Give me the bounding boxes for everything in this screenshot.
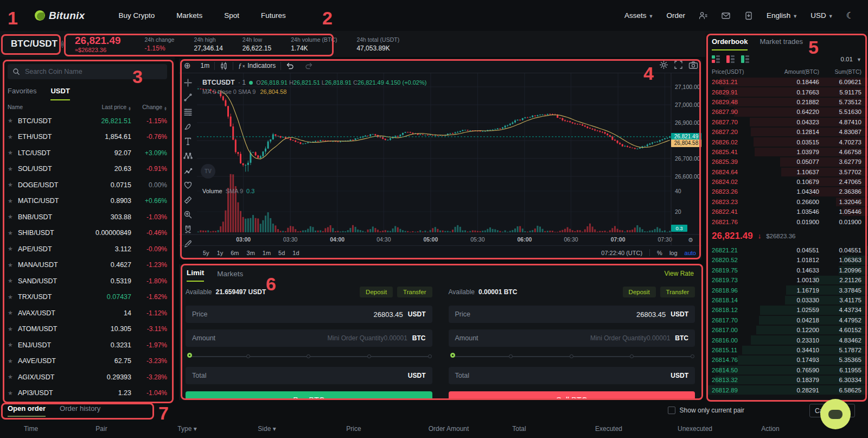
watchlist-tab-favorites[interactable]: Favorites <box>8 87 36 100</box>
coin-row[interactable]: ★AGIX/USDT0.29393-3.28% <box>0 369 175 385</box>
sell-total-field[interactable]: TotalUSDT <box>449 367 695 384</box>
bid-row[interactable]: 26813.320.183796.30334 <box>705 375 868 385</box>
crosshair-icon[interactable] <box>182 78 194 87</box>
ask-row[interactable]: 26829.910.176635.91175 <box>705 87 868 97</box>
coin-row[interactable]: ★ETH/USDT1,854.61-0.76% <box>0 129 175 145</box>
buy-amount-field[interactable]: AmountMini Order Quantity0.00001BTC <box>186 329 432 347</box>
orders-col-side[interactable]: Side ▾ <box>229 425 305 433</box>
order-menu[interactable]: Order <box>667 11 686 20</box>
ask-row[interactable]: 26829.480.218825.73512 <box>705 97 868 107</box>
favorite-star-icon[interactable]: ★ <box>8 390 18 397</box>
chart-style-icon[interactable] <box>215 59 233 73</box>
bid-row[interactable]: 26819.731.001302.21126 <box>705 275 868 285</box>
favorite-star-icon[interactable]: ★ <box>8 358 18 365</box>
coin-row[interactable]: ★AVAX/USDT14-1.12% <box>0 305 175 321</box>
favorite-star-icon[interactable]: ★ <box>8 134 18 141</box>
coin-row[interactable]: ★BTC/USDT26,821.51-1.15% <box>0 113 175 129</box>
buy-amount-slider[interactable] <box>188 353 430 360</box>
chart-clock[interactable]: 07:22:40 (UTC) <box>601 250 642 256</box>
range-1y[interactable]: 1y <box>217 250 224 256</box>
coin-row[interactable]: ★ATOM/USDT10.305-3.11% <box>0 321 175 338</box>
show-only-current-pair-checkbox[interactable] <box>668 407 675 414</box>
coin-search[interactable] <box>8 64 167 79</box>
favorite-star-icon[interactable]: ★ <box>8 213 18 220</box>
language-menu[interactable]: English▼ <box>767 11 797 20</box>
favorite-star-icon[interactable]: ★ <box>8 262 18 269</box>
nav-item-futures[interactable]: Futures <box>261 11 286 20</box>
sell-price-field[interactable]: Price26803.45USDT <box>449 306 695 323</box>
sell-amount-slider[interactable] <box>451 353 693 360</box>
nav-item-buy-crypto[interactable]: Buy Crypto <box>119 11 155 20</box>
favorite-star-icon[interactable]: ★ <box>8 373 18 380</box>
coin-row[interactable]: ★LTC/USDT92.07+3.09% <box>0 145 175 161</box>
bid-row[interactable]: 26819.750.146331.20996 <box>705 265 868 275</box>
bid-row[interactable]: 26814.500.765906.11955 <box>705 365 868 375</box>
pair-selector[interactable]: BTC/USDT i <box>11 39 61 49</box>
orderbook-tab-market-trades[interactable]: Market trades <box>760 37 802 50</box>
transfer-button[interactable]: Transfer <box>397 287 432 297</box>
ruler-icon[interactable] <box>182 195 194 205</box>
coin-row[interactable]: ★API3/USDT1.23-1.04% <box>0 385 175 401</box>
magnet-icon[interactable] <box>182 224 194 234</box>
ask-row[interactable]: 26827.200.128144.83087 <box>705 127 868 137</box>
coin-row[interactable]: ★AAVE/USDT62.75-3.23% <box>0 353 175 370</box>
interval-button[interactable]: 1m <box>196 59 215 73</box>
favorite-star-icon[interactable]: ★ <box>8 326 18 333</box>
referral-icon[interactable] <box>698 11 708 21</box>
favorite-star-icon[interactable]: ★ <box>8 117 18 124</box>
bid-row[interactable]: 26821.210.045510.04551 <box>705 245 868 255</box>
log-scale-button[interactable]: log <box>669 250 678 256</box>
ask-row[interactable]: 26823.230.266001.32046 <box>705 197 868 207</box>
watchlist-tab-usdt[interactable]: USDT <box>50 87 69 100</box>
nav-item-spot[interactable]: Spot <box>224 11 239 20</box>
ask-row[interactable]: 26827.900.642205.51630 <box>705 107 868 117</box>
search-input[interactable] <box>24 67 162 76</box>
ask-row[interactable]: 26823.261.043402.36386 <box>705 187 868 196</box>
coin-row[interactable]: ★SAND/USDT0.5319-1.80% <box>0 273 175 289</box>
mail-icon[interactable] <box>721 11 731 21</box>
bid-row[interactable]: 26817.000.122004.60152 <box>705 325 868 335</box>
trendline-icon[interactable] <box>182 92 194 102</box>
slider-knob[interactable] <box>187 353 192 358</box>
orders-tab-open-order[interactable]: Open order <box>8 404 46 417</box>
ask-row[interactable]: 26822.411.035461.05446 <box>705 207 868 217</box>
coin-row[interactable]: ★MANA/USDT0.4627-1.23% <box>0 257 175 274</box>
transfer-button[interactable]: Transfer <box>660 287 695 297</box>
coin-row[interactable]: ★SOL/USDT20.63-0.91% <box>0 161 175 177</box>
favorite-star-icon[interactable]: ★ <box>8 230 18 237</box>
ask-row[interactable]: 26827.700.043234.87410 <box>705 117 868 127</box>
range-3m[interactable]: 3m <box>247 250 255 256</box>
currency-menu[interactable]: USD▼ <box>810 11 833 20</box>
add-compare-icon[interactable]: ⊕ <box>179 59 196 73</box>
buy-total-field[interactable]: TotalUSDT <box>186 367 432 384</box>
book-mode-both-icon[interactable] <box>712 55 720 63</box>
coin-row[interactable]: ★ENJ/USDT0.3231-1.97% <box>0 337 175 353</box>
app-download-icon[interactable] <box>744 11 754 21</box>
deposit-button[interactable]: Deposit <box>623 287 656 297</box>
percent-scale-button[interactable]: % <box>657 250 662 256</box>
chart-settings-gear-icon[interactable] <box>659 60 668 69</box>
xabcd-pattern-icon[interactable] <box>182 151 194 161</box>
ask-row[interactable]: 26825.411.039794.66758 <box>705 147 868 157</box>
zoom-in-icon[interactable] <box>182 210 194 219</box>
col-change[interactable]: Change▲▼ <box>131 104 167 111</box>
ask-row[interactable]: 26826.020.035154.70273 <box>705 137 868 147</box>
coin-row[interactable]: ★SHIB/USDT0.00000849-0.46% <box>0 225 175 242</box>
ask-row[interactable]: 26824.641.106373.57702 <box>705 167 868 177</box>
assets-menu[interactable]: Assets▼ <box>624 11 653 20</box>
coin-row[interactable]: ★TRX/USDT0.07437-1.62% <box>0 289 175 306</box>
ask-row[interactable]: 26821.760.019000.01900 <box>705 217 868 226</box>
ask-row[interactable]: 26824.020.106792.47065 <box>705 177 868 187</box>
screenshot-camera-icon[interactable] <box>688 61 698 69</box>
info-icon[interactable]: i <box>61 41 64 48</box>
fib-retracement-icon[interactable] <box>182 107 194 117</box>
view-rate-link[interactable]: View Rate <box>665 270 694 277</box>
favorite-star-icon[interactable]: ★ <box>8 149 18 156</box>
indicators-button[interactable]: ƒxIndicators <box>233 59 280 73</box>
deposit-button[interactable]: Deposit <box>360 287 393 297</box>
favorite-star-icon[interactable]: ★ <box>8 309 18 316</box>
bid-row[interactable]: 26820.521.018121.06363 <box>705 255 868 265</box>
favorite-star-icon[interactable]: ★ <box>8 277 18 284</box>
orderbook-mid-price[interactable]: 26,821.49↓ $26823.36 <box>705 227 868 245</box>
bid-row[interactable]: 26812.890.282916.58625 <box>705 385 868 395</box>
